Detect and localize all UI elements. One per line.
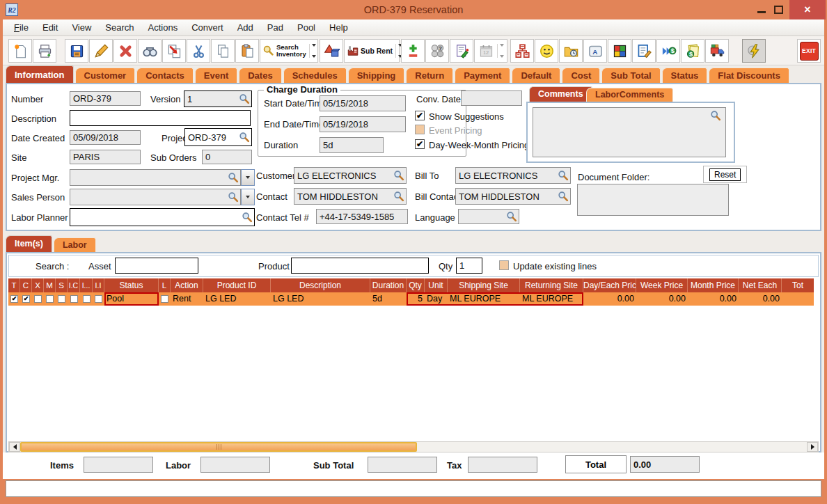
add-line-button[interactable] — [401, 39, 425, 63]
col-qty[interactable]: Qty — [407, 278, 425, 292]
shortcut-key-button[interactable]: A — [583, 39, 607, 63]
cell-action[interactable]: Rent — [171, 292, 203, 306]
tab-information[interactable]: Information — [6, 65, 74, 83]
language-field[interactable] — [458, 209, 519, 224]
cell-t[interactable]: ✔ — [8, 292, 20, 306]
billing-notes-button[interactable]: $ — [681, 39, 704, 63]
col-returning-site[interactable]: Returning Site — [520, 278, 583, 292]
shipping-truck-button[interactable] — [705, 39, 729, 63]
bill-to-search-icon[interactable] — [558, 170, 569, 181]
cell-qty[interactable]: 5 — [407, 292, 425, 306]
col-unit[interactable]: Unit — [425, 278, 448, 292]
menu-add[interactable]: Add — [230, 20, 260, 35]
cell-m[interactable] — [44, 292, 56, 306]
col-action[interactable]: Action — [171, 278, 203, 292]
end-date-field[interactable]: 05/19/2018 — [320, 116, 406, 132]
project-field[interactable]: ORD-379 — [184, 128, 252, 146]
cell-week-price[interactable]: 0.00 — [636, 292, 688, 306]
project-mgr-dropdown-button[interactable] — [241, 169, 255, 186]
tab-flat-discounts[interactable]: Flat Discounts — [709, 68, 789, 83]
find-button[interactable] — [138, 39, 162, 63]
scrollbar-thumb[interactable] — [20, 442, 417, 452]
version-field[interactable]: 1 — [184, 90, 252, 107]
menu-actions[interactable]: Actions — [141, 20, 185, 35]
cell-ii[interactable] — [93, 292, 104, 306]
item-row[interactable]: ✔ ✔ Pool Rent LG LED LG LED 5d 5 Day ML … — [8, 292, 814, 306]
bill-to-field[interactable]: LG ELECTRONICS — [455, 167, 571, 184]
tab-payment[interactable]: Payment — [455, 68, 510, 83]
save-button[interactable] — [65, 39, 88, 63]
project-search-icon[interactable] — [239, 132, 250, 143]
copy-button[interactable] — [211, 39, 235, 63]
conv-date-field[interactable] — [461, 90, 522, 106]
tab-items[interactable]: Item(s) — [6, 235, 52, 252]
col-l[interactable]: L — [159, 278, 171, 292]
col-status[interactable]: Status — [104, 278, 159, 292]
search-inventory-button[interactable]: SearchInventory — [260, 39, 318, 63]
cell-month-price[interactable]: 0.00 — [688, 292, 739, 306]
color-cube-button[interactable] — [608, 39, 631, 63]
cell-ic[interactable] — [68, 292, 80, 306]
col-product-id[interactable]: Product ID — [203, 278, 271, 292]
project-mgr-field[interactable] — [70, 169, 241, 186]
col-ic[interactable]: I.C — [68, 278, 80, 292]
col-c[interactable]: C — [20, 278, 32, 292]
number-field[interactable]: ORD-379 — [70, 91, 141, 106]
menu-search[interactable]: Search — [98, 20, 141, 35]
menu-file[interactable]: File — [7, 20, 36, 35]
project-mgr-search-icon[interactable] — [228, 172, 239, 183]
paste-button[interactable] — [235, 39, 259, 63]
date-created-field[interactable]: 05/09/2018 — [70, 130, 141, 145]
cell-c[interactable]: ✔ — [20, 292, 32, 306]
cell-shipping-site[interactable]: ML EUROPE — [448, 292, 520, 306]
menu-help[interactable]: Help — [322, 20, 355, 35]
tab-default[interactable]: Default — [512, 68, 560, 83]
menu-pool[interactable]: Pool — [290, 20, 322, 35]
edit-notes-button[interactable] — [632, 39, 656, 63]
update-existing-checkbox[interactable] — [499, 260, 509, 270]
tab-labor-comments[interactable]: LaborComments — [586, 88, 673, 102]
tab-dates[interactable]: Dates — [239, 68, 281, 83]
customer-search-icon[interactable] — [393, 170, 404, 181]
duration-field[interactable]: 5d — [320, 137, 384, 153]
start-date-field[interactable]: 05/15/2018 — [320, 95, 406, 111]
reset-button[interactable]: Reset — [709, 168, 741, 181]
cell-s[interactable] — [56, 292, 68, 306]
maximize-icon[interactable] — [774, 6, 783, 14]
col-week-price[interactable]: Week Price — [636, 278, 688, 292]
cell-net-each[interactable]: 0.00 — [739, 292, 782, 306]
search-inventory-dropdown-icon[interactable] — [309, 44, 316, 58]
close-button[interactable]: × — [789, 0, 826, 19]
dwm-pricing-checkbox[interactable]: ✔ — [415, 139, 425, 149]
qty-input[interactable]: 1 — [456, 258, 482, 274]
description-field[interactable] — [70, 110, 251, 126]
col-month-price[interactable]: Month Price — [688, 278, 739, 292]
cell-unit[interactable]: Day — [425, 292, 448, 306]
bill-contact-search-icon[interactable] — [558, 191, 569, 202]
minimize-icon[interactable] — [757, 11, 766, 13]
menu-view[interactable]: View — [65, 20, 98, 35]
history-folder-button[interactable] — [559, 39, 583, 63]
tab-labor[interactable]: Labor — [54, 237, 96, 252]
calendar-dropdown-icon[interactable] — [497, 44, 504, 58]
comments-textarea[interactable] — [533, 107, 726, 157]
contact-search-icon[interactable] — [393, 191, 404, 202]
labor-planner-field[interactable] — [70, 208, 255, 226]
cell-status[interactable]: Pool — [104, 292, 159, 306]
col-x[interactable]: X — [32, 278, 44, 292]
tab-shipping[interactable]: Shipping — [348, 68, 405, 83]
horizontal-scrollbar[interactable] — [8, 441, 819, 452]
customer-field[interactable]: LG ELECTRONICS — [294, 167, 407, 184]
show-suggestions-checkbox[interactable]: ✔ — [415, 111, 425, 120]
sales-person-dropdown-button[interactable] — [241, 189, 255, 205]
product-input[interactable] — [291, 258, 429, 274]
tab-customer[interactable]: Customer — [75, 68, 136, 83]
menu-edit[interactable]: Edit — [36, 20, 65, 35]
exit-button[interactable]: EXIT — [797, 39, 821, 63]
cell-idots[interactable] — [80, 292, 93, 306]
col-total[interactable]: Tot — [782, 278, 814, 292]
cell-returning-site[interactable]: ML EUROPE — [520, 292, 583, 306]
sales-person-field[interactable] — [70, 189, 241, 205]
tab-status[interactable]: Status — [662, 68, 708, 83]
col-idots[interactable]: I... — [80, 278, 93, 292]
